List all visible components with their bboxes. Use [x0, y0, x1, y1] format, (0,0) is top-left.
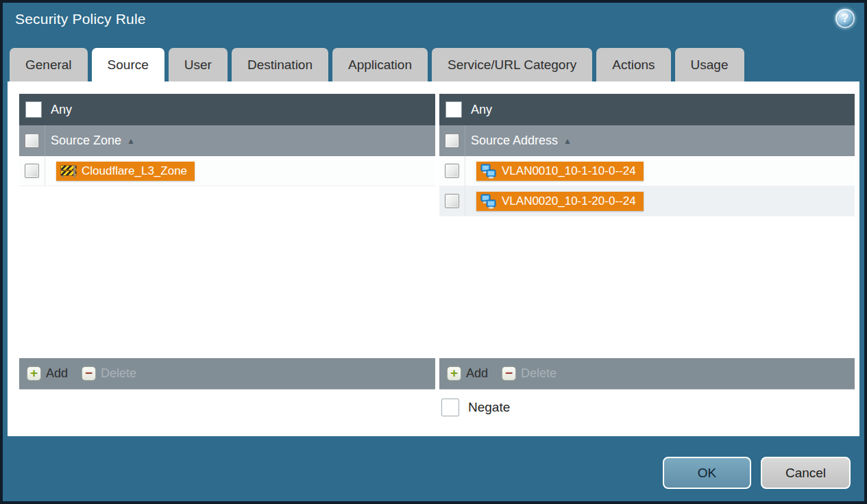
- security-policy-rule-dialog: Security Policy Rule ? General Source Us…: [0, 0, 867, 504]
- add-icon: +: [27, 366, 41, 381]
- row-checkbox[interactable]: [445, 164, 459, 178]
- row-checkbox[interactable]: [445, 194, 459, 208]
- source-zone-any-row: Any: [19, 94, 435, 125]
- source-address-any-checkbox[interactable]: [445, 101, 462, 118]
- sort-asc-icon[interactable]: ▲: [127, 136, 135, 146]
- row-checkbox[interactable]: [25, 164, 39, 178]
- add-zone-button[interactable]: + Add: [27, 366, 68, 381]
- table-row: VLAN0010_10-1-10-0--24: [439, 156, 855, 186]
- source-address-column-label[interactable]: Source Address: [471, 134, 558, 148]
- source-zone-column-label[interactable]: Source Zone: [51, 134, 121, 148]
- add-icon: +: [447, 366, 461, 381]
- source-address-list: VLAN0010_10-1-10-0--24: [439, 156, 855, 358]
- delete-icon: −: [82, 366, 96, 381]
- source-zone-panel: Any Source Zone ▲ Cloudflare_L3_Zone +: [19, 94, 435, 390]
- delete-label: Delete: [101, 366, 136, 381]
- source-address-panel: Any Source Address ▲: [439, 94, 855, 390]
- zone-barrier-icon: [60, 164, 77, 177]
- cancel-button[interactable]: Cancel: [761, 457, 851, 489]
- add-label: Add: [46, 366, 68, 381]
- tab-bar: General Source User Destination Applicat…: [10, 48, 744, 81]
- source-zone-list: Cloudflare_L3_Zone: [19, 156, 435, 358]
- delete-address-button[interactable]: − Delete: [502, 366, 557, 381]
- table-row: Cloudflare_L3_Zone: [19, 156, 435, 186]
- network-hosts-icon: [480, 164, 497, 179]
- add-address-button[interactable]: + Add: [447, 366, 488, 381]
- source-zone-any-label: Any: [51, 103, 72, 117]
- tab-source[interactable]: Source: [92, 48, 164, 81]
- negate-option: Negate: [441, 399, 510, 416]
- zone-tag-label: Cloudflare_L3_Zone: [82, 164, 187, 178]
- source-zone-select-all-checkbox[interactable]: [25, 134, 39, 148]
- ok-button[interactable]: OK: [663, 457, 751, 489]
- source-address-any-label: Any: [471, 103, 492, 117]
- sort-asc-icon[interactable]: ▲: [563, 136, 572, 146]
- source-zone-any-checkbox[interactable]: [25, 101, 42, 118]
- source-address-any-row: Any: [439, 94, 855, 125]
- negate-checkbox[interactable]: [441, 399, 459, 416]
- tab-service-url-category[interactable]: Service/URL Category: [432, 48, 592, 81]
- tab-user[interactable]: User: [169, 48, 228, 81]
- address-tag[interactable]: VLAN0020_10-1-20-0--24: [476, 192, 644, 211]
- address-tag-label: VLAN0020_10-1-20-0--24: [502, 194, 636, 208]
- zone-tag[interactable]: Cloudflare_L3_Zone: [56, 162, 195, 181]
- delete-icon: −: [502, 366, 516, 381]
- source-address-footer: + Add − Delete: [439, 358, 855, 389]
- delete-zone-button[interactable]: − Delete: [82, 366, 136, 381]
- address-tag-label: VLAN0010_10-1-10-0--24: [502, 164, 636, 178]
- network-hosts-icon: [480, 194, 497, 209]
- negate-label: Negate: [468, 400, 510, 415]
- dialog-title: Security Policy Rule: [15, 11, 146, 27]
- source-zone-footer: + Add − Delete: [19, 358, 435, 389]
- source-zone-column-header: Source Zone ▲: [19, 125, 435, 156]
- add-label: Add: [466, 366, 488, 381]
- source-address-select-all-checkbox[interactable]: [445, 134, 459, 148]
- tab-general[interactable]: General: [10, 48, 88, 81]
- source-address-column-header: Source Address ▲: [439, 125, 855, 156]
- help-glyph: ?: [842, 12, 848, 25]
- delete-label: Delete: [521, 366, 557, 381]
- help-icon[interactable]: ?: [835, 9, 855, 28]
- tab-usage[interactable]: Usage: [675, 48, 744, 81]
- tab-application[interactable]: Application: [332, 48, 428, 81]
- tab-content: Any Source Zone ▲ Cloudflare_L3_Zone +: [8, 81, 859, 436]
- table-row: VLAN0020_10-1-20-0--24: [439, 186, 855, 216]
- address-tag[interactable]: VLAN0010_10-1-10-0--24: [476, 162, 644, 181]
- tab-actions[interactable]: Actions: [596, 48, 670, 81]
- tab-destination[interactable]: Destination: [232, 48, 328, 81]
